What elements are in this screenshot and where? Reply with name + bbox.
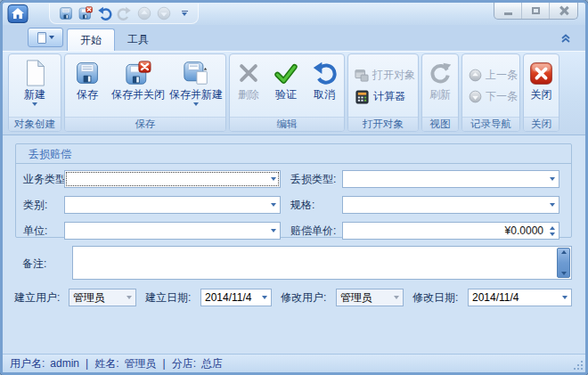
branch-value: 总店 — [201, 356, 223, 371]
cancel-button-label: 取消 — [314, 88, 335, 101]
name-value: 管理员 — [125, 356, 157, 371]
tab-tools[interactable]: 工具 — [115, 29, 161, 51]
price-value: ¥0.0000 — [343, 224, 546, 237]
undo-icon[interactable] — [96, 5, 113, 22]
minimize-icon — [504, 12, 512, 15]
previous-record-icon — [469, 69, 482, 83]
loss-type-combo[interactable] — [342, 170, 559, 188]
qat-customize-icon[interactable] — [178, 11, 191, 16]
unit-combo[interactable] — [64, 222, 281, 240]
validate-button[interactable]: 验证 — [267, 55, 305, 117]
ribbon-group-label: 视图 — [422, 117, 458, 131]
chevron-down-icon[interactable] — [389, 289, 403, 306]
spin-up-icon[interactable] — [550, 226, 555, 230]
chevron-down-icon — [32, 102, 37, 106]
remarks-row: 备注: — [15, 246, 572, 280]
save-and-close-button[interactable]: 保存并关闭 — [110, 55, 167, 117]
loss-type-label: 丢损类型: — [281, 172, 342, 187]
calculator-button[interactable]: 计算器 — [351, 87, 417, 107]
previous-icon[interactable] — [135, 5, 152, 22]
scroll-up-icon[interactable] — [561, 250, 567, 254]
chevron-down-icon[interactable] — [545, 171, 559, 187]
remarks-input[interactable] — [72, 246, 572, 280]
app-menu-button[interactable] — [28, 28, 63, 47]
validate-icon — [273, 58, 299, 88]
refresh-button[interactable]: 刷新 — [423, 55, 457, 117]
created-user-combo[interactable]: 管理员 — [69, 289, 136, 306]
separator: | — [85, 357, 89, 370]
previous-record-button[interactable]: 上一条 — [465, 66, 519, 86]
modified-user-value: 管理员 — [337, 290, 389, 306]
spec-combo[interactable] — [342, 196, 559, 214]
close-red-icon — [529, 58, 553, 88]
chevron-down-icon[interactable] — [266, 197, 280, 213]
chevron-down-icon[interactable] — [122, 289, 135, 306]
app-menu-icon — [37, 32, 46, 44]
scroll-down-icon[interactable] — [561, 272, 567, 275]
chevron-down-icon[interactable] — [545, 197, 559, 213]
ribbon-group-label: 编辑 — [230, 117, 344, 131]
save-and-new-button[interactable]: 保存并新建 — [167, 55, 225, 117]
chevron-down-icon[interactable] — [558, 289, 571, 306]
cancel-button[interactable]: 取消 — [306, 55, 343, 117]
business-type-combo[interactable] — [64, 170, 281, 188]
tab-start[interactable]: 开始 — [67, 29, 115, 51]
delete-icon — [236, 58, 261, 88]
delete-button[interactable]: 删除 — [231, 55, 266, 117]
cancel-undo-icon — [312, 58, 337, 88]
created-date-combo[interactable]: 2014/11/4 — [200, 289, 272, 306]
next-record-icon — [469, 90, 482, 104]
minimize-button[interactable] — [494, 3, 522, 19]
groupbox-loss-compensation: 丢损赔偿 业务类型: 丢损类型: 类别: 规格: — [15, 143, 572, 238]
save-and-close-icon[interactable] — [77, 5, 94, 22]
status-bar: 用户名: admin | 姓名: 管理员 | 分店: 总店 — [3, 354, 585, 372]
close-button[interactable]: 关闭 — [525, 55, 558, 117]
maximize-button[interactable] — [522, 3, 550, 19]
window-controls — [494, 3, 578, 20]
refresh-icon — [428, 58, 453, 88]
price-input[interactable]: ¥0.0000 — [342, 222, 559, 240]
ribbon-tab-row: 开始 工具 — [3, 25, 585, 51]
collapse-ribbon-icon[interactable] — [559, 31, 573, 45]
title-bar[interactable] — [3, 3, 585, 25]
ribbon-group-close: 关闭 关闭 — [523, 53, 559, 132]
resize-grip[interactable] — [574, 361, 583, 370]
quick-access-toolbar — [49, 4, 199, 24]
spin-down-icon[interactable] — [550, 232, 555, 236]
modified-user-combo[interactable]: 管理员 — [336, 289, 404, 306]
ribbon-group-edit: 删除 验证 取消 编辑 — [229, 53, 345, 132]
save-and-close-button-label: 保存并关闭 — [111, 88, 165, 101]
refresh-button-label: 刷新 — [429, 88, 451, 101]
chevron-down-icon[interactable] — [266, 171, 280, 187]
modified-date-combo[interactable]: 2014/11/4 — [468, 289, 572, 306]
branch-label: 分店: — [172, 356, 196, 371]
save-button[interactable]: 保存 — [66, 55, 109, 117]
remarks-scrollbar[interactable] — [557, 248, 570, 278]
ribbon-group-object-create: 新建 对象创建 — [8, 53, 61, 132]
username-label: 用户名: — [10, 356, 45, 371]
open-object-button[interactable]: 打开对象 — [351, 66, 417, 86]
next-record-button[interactable]: 下一条 — [465, 87, 519, 107]
groupbox-title: 丢损赔偿 — [16, 144, 571, 164]
meta-row: 建立用户: 管理员 建立日期: 2014/11/4 修改用户: 管理员 修改日期… — [14, 289, 572, 306]
ribbon-group-save: 保存 保存并关闭 保存并新建 保存 — [64, 53, 226, 132]
save-button-label: 保存 — [77, 88, 98, 101]
ribbon-group-view: 刷新 视图 — [421, 53, 459, 132]
home-icon[interactable] — [7, 4, 29, 23]
modified-user-label: 修改用户: — [281, 289, 336, 306]
redo-icon[interactable] — [116, 5, 133, 22]
price-label: 赔偿单价: — [281, 224, 342, 239]
new-button[interactable]: 新建 — [11, 55, 59, 117]
chevron-down-icon[interactable] — [266, 223, 280, 239]
remarks-label: 备注: — [22, 257, 46, 272]
next-icon[interactable] — [155, 5, 172, 22]
close-window-button[interactable] — [550, 3, 577, 19]
calculator-icon — [355, 90, 370, 104]
chevron-down-icon[interactable] — [257, 289, 271, 306]
modified-date-value: 2014/11/4 — [469, 291, 558, 304]
spinner-buttons[interactable] — [546, 223, 559, 239]
category-label: 类别: — [23, 198, 64, 213]
save-icon[interactable] — [57, 5, 74, 22]
chevron-down-icon — [49, 36, 54, 39]
category-combo[interactable] — [64, 196, 281, 214]
